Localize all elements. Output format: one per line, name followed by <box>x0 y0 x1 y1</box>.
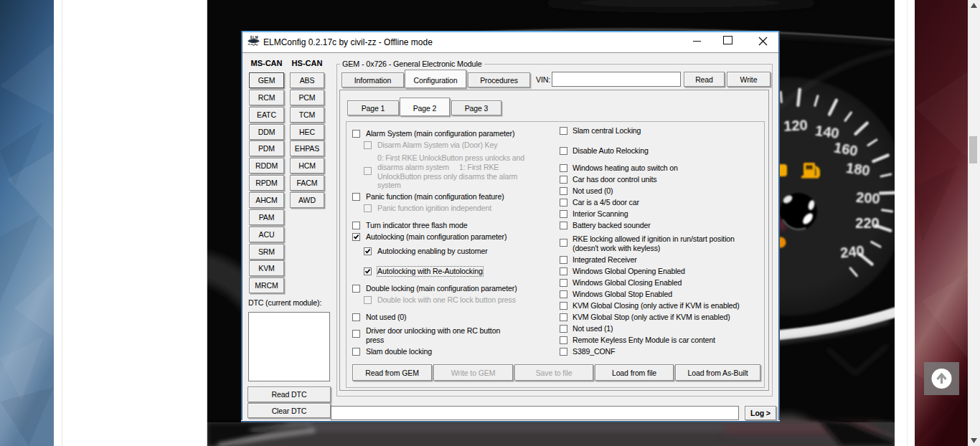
svg-text:140: 140 <box>814 123 840 141</box>
svg-text:200: 200 <box>856 189 881 207</box>
svg-text:240: 240 <box>839 242 864 260</box>
svg-text:ELM: ELM <box>250 36 258 39</box>
svg-text:220: 220 <box>855 215 879 231</box>
svg-text:180: 180 <box>845 160 871 179</box>
svg-text:120: 120 <box>783 117 808 134</box>
